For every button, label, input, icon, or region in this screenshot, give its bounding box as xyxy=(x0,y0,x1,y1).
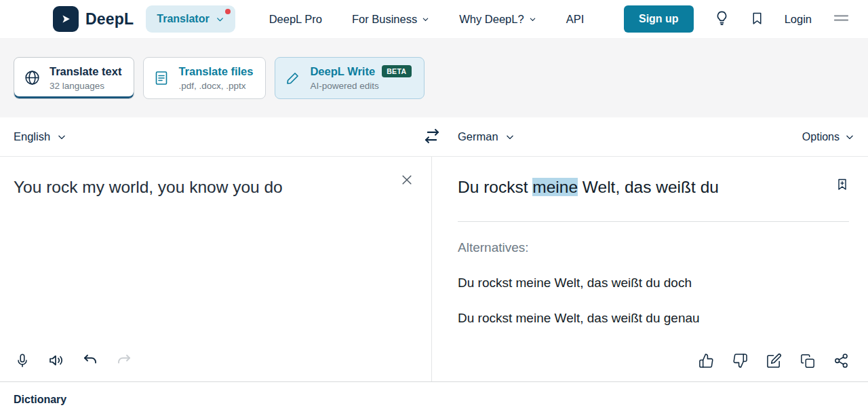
tab-translate-files[interactable]: Translate files .pdf, .docx, .pptx xyxy=(143,57,266,99)
top-bar-right: Sign up Login xyxy=(624,5,850,33)
beta-badge: BETA xyxy=(382,65,411,77)
dictionary-section: Dictionary xyxy=(0,381,868,414)
target-language-selector[interactable]: German xyxy=(458,130,515,143)
tab-deepl-write[interactable]: DeepL Write BETA AI-powered edits xyxy=(275,57,424,99)
target-text-line: Du rockst meine Welt, das weißt du xyxy=(458,176,849,198)
alternative-option-1[interactable]: Du rockst meine Welt, das weißt du doch xyxy=(458,276,849,290)
chevron-down-icon xyxy=(505,132,515,142)
target-text-before: Du rockst xyxy=(458,178,532,196)
deepl-logo-icon[interactable] xyxy=(53,6,79,32)
tab-title: Translate text xyxy=(50,65,121,78)
listen-source-button[interactable] xyxy=(47,352,64,371)
saved-translations-button[interactable] xyxy=(750,11,764,28)
edit-icon xyxy=(766,353,782,369)
chevron-down-icon xyxy=(57,132,66,142)
tab-title: Translate files xyxy=(178,65,253,78)
options-label: Options xyxy=(802,131,840,143)
language-bar: English German Options xyxy=(0,117,868,157)
dictionary-heading: Dictionary xyxy=(14,394,868,406)
pencil-icon xyxy=(285,70,301,86)
target-toolbar xyxy=(698,353,849,371)
nav-why-deepl[interactable]: Why DeepL? xyxy=(459,13,536,26)
login-button[interactable]: Login xyxy=(785,13,812,26)
hamburger-menu-button[interactable] xyxy=(832,9,850,29)
source-toolbar xyxy=(15,352,132,371)
translator-menu-label: Translator xyxy=(157,13,209,25)
close-icon xyxy=(400,173,414,187)
translation-panels: You rock my world, you know you do xyxy=(0,157,868,381)
chevron-down-icon xyxy=(845,132,854,142)
target-language-area: German Options xyxy=(432,130,868,143)
thumbs-down-icon xyxy=(732,353,748,369)
thumbs-down-button[interactable] xyxy=(732,353,748,371)
alternative-option-2[interactable]: Du rockst meine Welt, das weißt du genau xyxy=(458,311,849,326)
bookmark-icon xyxy=(750,11,764,26)
source-language-area: English xyxy=(0,130,432,143)
alternatives-label: Alternatives: xyxy=(458,240,849,255)
tab-subtitle: AI-powered edits xyxy=(310,81,411,91)
swap-arrows-icon xyxy=(423,127,441,145)
copy-icon xyxy=(800,354,815,369)
nav-label: For Business xyxy=(352,13,417,26)
source-panel[interactable]: You rock my world, you know you do xyxy=(0,157,432,381)
save-translation-button[interactable] xyxy=(835,177,849,193)
target-text[interactable]: Du rockst meine Welt, das weißt du xyxy=(458,176,719,198)
target-text-after: Welt, das weißt du xyxy=(578,178,719,196)
target-panel[interactable]: Du rockst meine Welt, das weißt du Alter… xyxy=(432,157,868,381)
swap-languages-button[interactable] xyxy=(423,127,441,147)
alternatives-divider xyxy=(458,221,849,222)
chevron-down-icon xyxy=(422,16,429,23)
redo-button[interactable] xyxy=(116,352,132,371)
sign-up-button[interactable]: Sign up xyxy=(624,5,694,33)
document-icon xyxy=(153,70,170,86)
tab-subtitle: .pdf, .docx, .pptx xyxy=(178,81,253,91)
nav-label: Why DeepL? xyxy=(459,13,524,26)
bookmark-plus-icon xyxy=(835,177,849,191)
chevron-down-icon xyxy=(529,16,536,23)
chevron-down-icon xyxy=(216,15,224,24)
redo-icon xyxy=(116,352,132,369)
translator-menu-button[interactable]: Translator xyxy=(146,5,235,33)
nav-label: DeepL Pro xyxy=(269,13,322,26)
tab-title: DeepL Write xyxy=(310,65,375,78)
clear-source-button[interactable] xyxy=(400,173,414,189)
lightbulb-icon xyxy=(714,10,730,26)
top-bar: DeepL Translator DeepL Pro For Business … xyxy=(0,0,868,38)
speaker-icon xyxy=(47,352,64,369)
thumbs-up-icon xyxy=(698,353,714,369)
microphone-button[interactable] xyxy=(15,353,30,371)
tab-translate-text[interactable]: Translate text 32 languages xyxy=(14,57,134,99)
undo-button[interactable] xyxy=(82,352,98,371)
options-button[interactable]: Options xyxy=(802,131,854,143)
mode-tabs-strip: Translate text 32 languages Translate fi… xyxy=(0,38,868,117)
share-translation-button[interactable] xyxy=(833,353,849,371)
target-text-highlight[interactable]: meine xyxy=(532,178,578,196)
share-icon xyxy=(833,353,849,369)
edit-translation-button[interactable] xyxy=(766,353,782,371)
hamburger-icon xyxy=(832,9,850,27)
theme-lightbulb-button[interactable] xyxy=(714,10,730,28)
nav-deepl-pro[interactable]: DeepL Pro xyxy=(269,13,322,26)
copy-translation-button[interactable] xyxy=(800,354,815,371)
globe-icon xyxy=(24,69,41,86)
nav-label: API xyxy=(566,13,585,26)
tab-subtitle: 32 languages xyxy=(50,81,121,91)
source-language-selector[interactable]: English xyxy=(14,130,66,143)
nav-for-business[interactable]: For Business xyxy=(352,13,429,26)
main-nav: DeepL Pro For Business Why DeepL? API xyxy=(269,13,585,26)
source-language-label: English xyxy=(14,130,50,143)
target-language-label: German xyxy=(458,130,498,143)
microphone-icon xyxy=(15,353,30,369)
source-text-input[interactable]: You rock my world, you know you do xyxy=(14,176,391,198)
notification-dot xyxy=(225,9,231,14)
brand-title: DeepL xyxy=(85,10,134,29)
nav-api[interactable]: API xyxy=(566,13,585,26)
thumbs-up-button[interactable] xyxy=(698,353,714,371)
undo-icon xyxy=(82,352,98,369)
